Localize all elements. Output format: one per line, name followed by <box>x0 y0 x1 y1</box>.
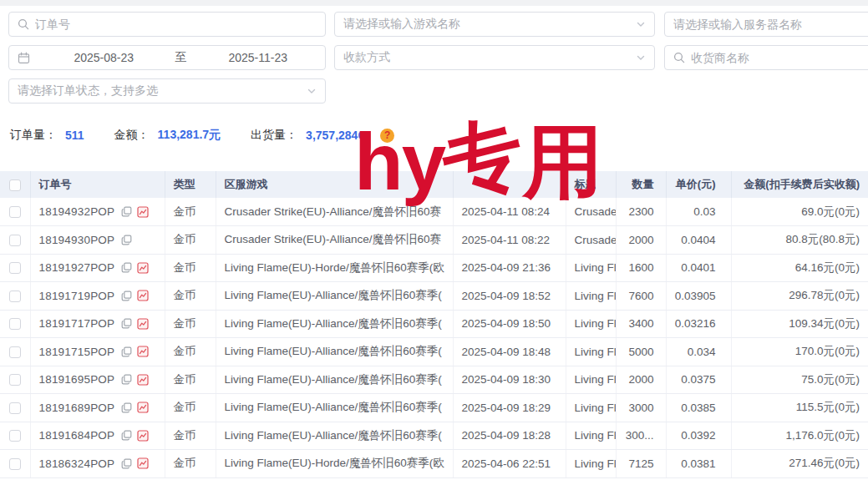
chart-icon[interactable] <box>137 206 149 218</box>
payment-method-placeholder: 收款方式 <box>343 50 630 65</box>
calendar-icon <box>18 52 39 64</box>
order-row[interactable]: 18191927POP 金币 Living Flame(EU)-Horde/魔兽… <box>0 254 868 282</box>
header-order-number: 订单号 <box>30 171 165 198</box>
copy-icon[interactable] <box>121 374 132 385</box>
order-type: 金币 <box>165 254 216 282</box>
order-time: 2025-04-09 18:28 <box>453 422 566 450</box>
row-checkbox[interactable] <box>9 374 21 386</box>
order-title: Living Fl <box>566 254 616 282</box>
header-quantity: 数量 <box>616 171 666 198</box>
order-amount: 64.16元(0元) <box>731 254 868 282</box>
row-checkbox[interactable] <box>9 318 21 330</box>
order-row[interactable]: 18191684POP 金币 Living Flame(EU)-Alliance… <box>0 422 868 450</box>
order-number-value: 18191695POP <box>39 373 115 386</box>
row-checkbox[interactable] <box>9 430 21 442</box>
date-end-value[interactable]: 2025-11-23 <box>200 51 317 64</box>
order-unit-price: 0.0381 <box>666 450 731 478</box>
order-game-server: Living Flame(EU)-Horde/魔兽怀旧60赛季(欧 <box>216 254 453 282</box>
header-type: 类型 <box>165 171 216 198</box>
chevron-down-icon <box>636 53 646 63</box>
order-game-server: Living Flame(EU)-Alliance/魔兽怀旧60赛季( <box>216 282 453 311</box>
order-number-input[interactable] <box>35 18 317 31</box>
chart-icon[interactable] <box>137 262 149 274</box>
copy-icon[interactable] <box>121 346 132 357</box>
order-game-server: Crusader Strike(EU)-Alliance/魔兽怀旧60赛 <box>216 198 453 226</box>
order-amount: 1,176.0元(0元) <box>731 422 868 450</box>
copy-icon[interactable] <box>121 206 132 217</box>
payment-method-select[interactable]: 收款方式 <box>334 45 655 70</box>
help-icon[interactable]: ? <box>380 129 394 143</box>
amount-value: 113,281.7元 <box>158 128 221 143</box>
select-all-checkbox[interactable] <box>9 179 21 191</box>
copy-icon[interactable] <box>121 430 132 441</box>
order-game-server: Living Flame(EU)-Alliance/魔兽怀旧60赛季( <box>216 366 453 394</box>
chart-icon[interactable] <box>137 290 149 301</box>
chevron-down-icon <box>307 86 317 96</box>
buyer-name-search-field[interactable] <box>664 45 868 70</box>
order-type: 金币 <box>165 310 216 338</box>
copy-icon[interactable] <box>121 235 132 245</box>
order-row[interactable]: 18191717POP 金币 Living Flame(EU)-Alliance… <box>0 310 868 338</box>
copy-icon[interactable] <box>121 262 132 273</box>
order-time: 2025-04-09 21:36 <box>453 254 566 282</box>
row-checkbox[interactable] <box>9 290 21 302</box>
copy-icon[interactable] <box>121 458 132 469</box>
row-checkbox[interactable] <box>9 206 21 218</box>
order-quantity: 5000 <box>616 338 666 366</box>
order-number-search-field[interactable] <box>8 12 326 37</box>
chart-icon[interactable] <box>137 318 149 330</box>
order-game-server: Living Flame(EU)-Alliance/魔兽怀旧60赛季( <box>216 338 453 366</box>
order-count-value: 511 <box>65 129 84 142</box>
order-number-value: 18191684POP <box>39 429 115 442</box>
order-row[interactable]: 18194932POP 金币 Crusader Strike(EU)-Allia… <box>0 198 868 226</box>
order-title: Crusade <box>566 198 616 226</box>
row-checkbox[interactable] <box>9 458 21 470</box>
game-name-select[interactable]: 请选择或输入游戏名称 <box>334 12 655 37</box>
order-status-multiselect[interactable]: 请选择订单状态，支持多选 <box>8 78 326 104</box>
order-title: Living Fl <box>566 338 616 366</box>
order-time: 2025-04-11 08:24 <box>453 198 566 226</box>
chevron-down-icon <box>636 19 646 29</box>
chart-icon[interactable] <box>137 374 149 386</box>
order-row[interactable]: 18191715POP 金币 Living Flame(EU)-Alliance… <box>0 338 868 366</box>
row-checkbox[interactable] <box>9 235 21 246</box>
order-amount: 80.8元(80.8元) <box>731 226 868 255</box>
copy-icon[interactable] <box>121 290 132 301</box>
order-game-server: Living Flame(EU)-Alliance/魔兽怀旧60赛季( <box>216 422 453 450</box>
top-strip <box>0 0 868 6</box>
order-amount: 296.78元(0元) <box>731 282 868 311</box>
chart-icon[interactable] <box>137 457 149 469</box>
date-start-value[interactable]: 2025-08-23 <box>45 51 163 64</box>
order-game-server: Crusader Strike(EU)-Alliance/魔兽怀旧60赛 <box>216 226 453 255</box>
order-number-value: 18191719POP <box>39 290 115 302</box>
order-row[interactable]: 18194930POP 金币 Crusader Strike(EU)-Allia… <box>0 226 868 255</box>
order-unit-price: 0.0385 <box>666 394 731 422</box>
row-checkbox[interactable] <box>9 262 21 274</box>
order-row[interactable]: 18186324POP 金币 Living Flame(EU)-Horde/魔兽… <box>0 450 868 478</box>
order-title: Living Fl <box>566 394 616 422</box>
date-range-picker[interactable]: 2025-08-23 至 2025-11-23 <box>8 45 326 70</box>
order-quantity: 2000 <box>616 226 666 255</box>
copy-icon[interactable] <box>121 318 132 329</box>
order-row[interactable]: 18191719POP 金币 Living Flame(EU)-Alliance… <box>0 282 868 311</box>
header-title: 标题 <box>566 171 616 198</box>
order-quantity: 7600 <box>616 282 666 311</box>
order-row[interactable]: 18191689POP 金币 Living Flame(EU)-Alliance… <box>0 394 868 422</box>
header-unit-price: 单价(元) <box>666 171 731 198</box>
order-number-value: 18191717POP <box>39 317 115 330</box>
order-row[interactable]: 18191695POP 金币 Living Flame(EU)-Alliance… <box>0 366 868 394</box>
server-name-field[interactable] <box>664 12 868 37</box>
order-type: 金币 <box>165 282 216 311</box>
chart-icon[interactable] <box>137 346 149 357</box>
buyer-name-input[interactable] <box>691 51 868 64</box>
row-checkbox[interactable] <box>9 346 21 358</box>
chart-icon[interactable] <box>137 430 149 442</box>
order-number-value: 18194932POP <box>39 205 115 218</box>
order-number-value: 18186324POP <box>39 457 115 470</box>
order-time: 2025-04-06 22:51 <box>453 450 566 478</box>
order-unit-price: 0.03905 <box>666 282 731 311</box>
server-name-input[interactable] <box>673 18 868 31</box>
copy-icon[interactable] <box>121 402 132 413</box>
row-checkbox[interactable] <box>9 402 21 414</box>
chart-icon[interactable] <box>137 402 149 413</box>
